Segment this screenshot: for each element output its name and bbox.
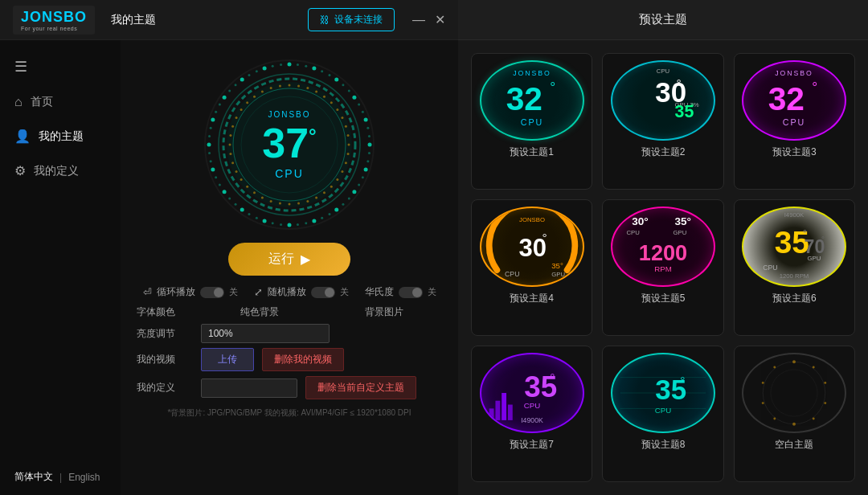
svg-point-162 [774,418,776,420]
preset-thumb-5: 30° CPU 35° GPU 1200 RPM [611,207,715,287]
svg-point-13 [342,84,344,86]
svg-point-66 [289,84,291,87]
svg-point-36 [288,223,292,227]
svg-text:RPM: RPM [654,264,672,273]
sidebar-item-my-theme[interactable]: 👤 我的主题 [0,119,121,153]
sidebar-item-my-theme-label: 我的主题 [39,129,84,144]
svg-point-19 [366,127,369,129]
svg-point-22 [368,152,371,154]
preset-card-7[interactable]: 35 ° CPU I4900K 预设主题7 [471,346,592,482]
define-select[interactable] [201,378,297,398]
svg-point-68 [306,87,309,89]
gauge-temp: 37° [262,120,316,166]
svg-point-31 [329,213,331,215]
right-panel: 预设主题 JONSBO 32 ° CPU 预设主题1 CPU 30 ° [458,0,868,495]
preset-card-2[interactable]: CPU 30 ° GPU 3% 35 ° 预设主题2 [602,53,723,190]
preset-card-1[interactable]: JONSBO 32 ° CPU 预设主题1 [471,53,592,190]
svg-point-67 [297,84,300,87]
gauge-container: /* dots generated below */ JONSBO 37° [201,56,378,233]
preset-card-4[interactable]: JONSBO 30 ° CPU 35° GPU 预设主题4 [471,199,592,336]
svg-point-47 [215,176,217,178]
svg-point-160 [813,418,815,420]
loop-toggle-item: ⏎ 循环播放 关 [143,285,238,299]
sidebar: ☰ ⌂ 首页 👤 我的主题 ⚙ 我的定义 简体中文 | English [0,40,121,495]
svg-point-74 [345,125,347,128]
svg-text:GPU: GPU [808,255,821,262]
preset-name-4: 预设主题4 [510,292,554,305]
svg-point-91 [246,186,248,188]
svg-point-10 [321,70,323,72]
random-toggle[interactable] [311,287,335,298]
device-connect-button[interactable]: ⛓ 设备未连接 [308,8,395,31]
preset-card-3[interactable]: JONSBO 32 ° CPU 预设主题3 [734,53,855,190]
svg-text:35°: 35° [551,261,563,270]
run-button[interactable]: 运行 ▶ [228,243,350,276]
brightness-label: 亮度调节 [137,327,193,341]
svg-point-61 [248,74,251,76]
svg-text:I4900K: I4900K [521,416,543,424]
svg-point-165 [774,366,776,369]
language-section: 简体中文 | English [0,459,121,495]
preset-card-5[interactable]: 30° CPU 35° GPU 1200 RPM 预设主题5 [602,199,723,336]
svg-rect-141 [495,401,500,420]
user-icon: 👤 [14,129,31,144]
preset-card-8[interactable]: 35 ° CPU 预设主题8 [602,346,723,482]
preset-card-6[interactable]: I4900K 35 ° 70 ° GPU CPU 1200 RPM 预设主题6 [734,199,855,336]
preset-card-blank[interactable]: 空白主题 [734,346,855,482]
svg-text:°: ° [680,374,685,387]
brightness-select[interactable]: 100%90%80%70%50% [201,324,330,343]
lang-cn[interactable]: 简体中文 [14,470,53,484]
my-define-label: 我的定义 [137,381,193,395]
svg-point-7 [297,63,299,66]
svg-rect-143 [508,405,513,420]
theme3-svg: JONSBO 32 ° CPU [743,60,845,141]
svg-point-56 [219,104,221,106]
brightness-row: 亮度调节 100%90%80%70%50% [137,324,442,343]
minimize-button[interactable]: — [412,12,425,27]
svg-point-81 [330,186,333,188]
lang-en[interactable]: English [68,472,100,483]
lang-divider: | [59,472,62,483]
svg-point-159 [825,402,827,404]
svg-rect-142 [502,393,506,420]
menu-icon[interactable]: ☰ [0,48,121,85]
svg-point-65 [280,63,282,66]
svg-point-85 [297,202,300,205]
delete-define-button[interactable]: 删除当前自定义主题 [305,376,416,399]
svg-point-49 [210,160,212,162]
svg-point-77 [347,153,350,155]
svg-point-6 [288,63,292,67]
svg-point-63 [263,66,267,70]
svg-point-29 [342,203,344,206]
svg-point-164 [762,382,764,384]
preset-name-1: 预设主题1 [510,145,554,159]
home-icon: ⌂ [14,95,23,109]
delete-video-button[interactable]: 删除我的视频 [262,348,344,371]
svg-point-34 [305,222,307,224]
loop-toggle[interactable] [200,287,224,298]
gauge-temp-value: 37 [262,120,309,166]
svg-point-54 [211,118,215,122]
preset-thumb-2: CPU 30 ° GPU 3% 35 ° [611,60,715,141]
fahrenheit-toggle[interactable] [399,287,423,298]
sidebar-item-home[interactable]: ⌂ 首页 [0,85,121,119]
svg-point-37 [280,223,282,226]
fahrenheit-label: 华氏度 [365,285,394,299]
preset-thumb-4: JONSBO 30 ° CPU 35° GPU [480,207,584,287]
sidebar-item-my-define[interactable]: ⚙ 我的定义 [0,153,121,188]
preset-grid: JONSBO 32 ° CPU 预设主题1 CPU 30 ° GPU 3% 35… [458,40,868,495]
close-button[interactable]: ✕ [435,12,445,27]
run-label: 运行 [268,251,294,268]
svg-point-51 [207,143,211,147]
theme1-svg: JONSBO 32 ° CPU [481,60,583,141]
svg-text:1200: 1200 [639,240,687,265]
svg-point-99 [235,117,238,119]
pure-bg-label: 纯色背景 [201,305,317,319]
left-panel: JONSBO For your real needs 我的主题 ⛓ 设备未连接 … [0,0,458,495]
svg-text:GPU: GPU [551,271,565,278]
svg-point-103 [261,91,264,93]
svg-text:CPU: CPU [655,406,671,415]
preset-name-blank: 空白主题 [775,438,813,452]
upload-button[interactable]: 上传 [201,348,254,371]
svg-point-32 [321,217,323,219]
